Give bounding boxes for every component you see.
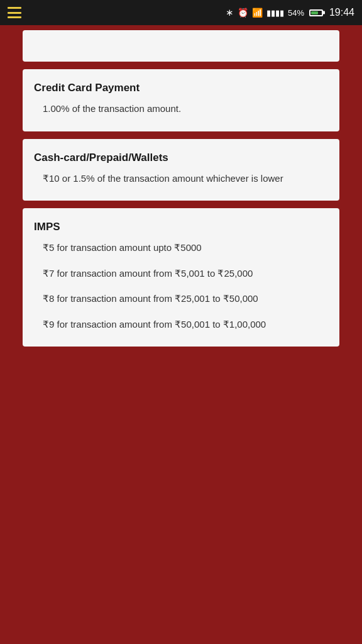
status-bar: ∗ ⏰ 📶 ▮▮▮▮ 54% 19:44 bbox=[0, 0, 362, 25]
battery-icon bbox=[309, 9, 323, 16]
imps-item-2: ₹7 for transaction amount from ₹5,001 to… bbox=[34, 267, 328, 281]
card-credit-card-payment: Credit Card Payment 1.00% of the transac… bbox=[23, 69, 339, 131]
imps-item-1: ₹5 for transaction amount upto ₹5000 bbox=[34, 241, 328, 255]
status-bar-left bbox=[8, 7, 21, 18]
card-partial-top bbox=[23, 30, 339, 62]
time-display: 19:44 bbox=[329, 7, 354, 18]
status-bar-right: ∗ ⏰ 📶 ▮▮▮▮ 54% 19:44 bbox=[226, 7, 354, 18]
signal-icon: ▮▮▮▮ bbox=[266, 8, 284, 18]
imps-item-4: ₹9 for transaction amount from ₹50,001 t… bbox=[34, 318, 328, 332]
battery-percent: 54% bbox=[288, 8, 304, 18]
menu-icon[interactable] bbox=[8, 7, 21, 18]
bluetooth-icon: ∗ bbox=[226, 7, 234, 18]
cash-card-title: Cash-card/Prepaid/Wallets bbox=[34, 152, 328, 164]
imps-item-3: ₹8 for transaction amount from ₹25,001 t… bbox=[34, 292, 328, 306]
card-cash-card: Cash-card/Prepaid/Wallets ₹10 or 1.5% of… bbox=[23, 139, 339, 201]
imps-title: IMPS bbox=[34, 221, 328, 233]
alarm-icon: ⏰ bbox=[238, 8, 248, 18]
main-content: Credit Card Payment 1.00% of the transac… bbox=[0, 25, 362, 362]
wifi-icon: 📶 bbox=[252, 8, 263, 18]
credit-card-payment-description: 1.00% of the transaction amount. bbox=[34, 102, 328, 116]
card-imps: IMPS ₹5 for transaction amount upto ₹500… bbox=[23, 208, 339, 347]
credit-card-payment-title: Credit Card Payment bbox=[34, 82, 328, 94]
cash-card-description: ₹10 or 1.5% of the transaction amount wh… bbox=[34, 172, 328, 186]
